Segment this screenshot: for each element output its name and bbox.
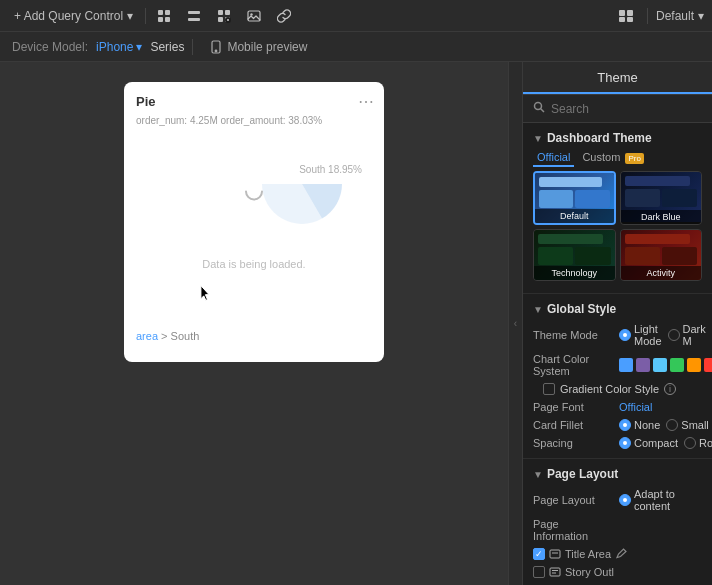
dark-mode-option[interactable]: Dark M [668, 323, 706, 347]
svg-rect-14 [627, 10, 633, 16]
pie-card-subtitle: order_num: 4.25M order_amount: 38.03% [136, 115, 372, 126]
global-style-label: Global Style [547, 302, 616, 316]
page-layout-label: Page Layout [547, 467, 618, 481]
pie-chart-area: South 18.95% [136, 134, 372, 254]
story-outline-checkbox[interactable] [533, 566, 545, 578]
spacing-routine-radio[interactable] [684, 437, 696, 449]
default-theme-label: Default [535, 209, 614, 223]
spacing-routine-label: Routine [699, 437, 712, 449]
breadcrumb-separator: > [161, 330, 170, 342]
light-mode-option[interactable]: Light Mode [619, 323, 662, 347]
theme-type-tabs: Official Custom Pro [523, 149, 712, 171]
theme-panel-body: ▼ Dashboard Theme Official Custom Pro [523, 123, 712, 585]
global-style-header[interactable]: ▼ Global Style [523, 294, 712, 320]
card-fillet-radio-group: None Small Larg [619, 419, 712, 431]
spacing-radio-group: Compact Routine [619, 437, 712, 449]
breadcrumb-link[interactable]: area [136, 330, 158, 342]
theme-thumb-default[interactable]: Default [533, 171, 616, 225]
light-mode-radio[interactable] [619, 329, 631, 341]
toolbar-right: Default ▾ [613, 6, 704, 26]
adapt-radio[interactable] [619, 494, 631, 506]
svg-rect-5 [188, 18, 200, 21]
spacing-compact-option[interactable]: Compact [619, 437, 678, 449]
dashboard-theme-section: ▼ Dashboard Theme Official Custom Pro [523, 123, 712, 294]
default-dropdown-button[interactable]: Default ▾ [656, 9, 704, 23]
theme-thumb-technology[interactable]: Technology [533, 229, 616, 281]
theme-search-bar [523, 95, 712, 123]
svg-rect-2 [158, 17, 163, 22]
theme-custom-label: Custom [582, 151, 620, 163]
svg-rect-3 [165, 17, 170, 22]
search-input[interactable] [551, 102, 702, 116]
svg-point-19 [246, 184, 262, 200]
theme-thumb-activity[interactable]: Activity [620, 229, 703, 281]
link-button[interactable] [272, 6, 296, 26]
technology-theme-label: Technology [534, 266, 615, 280]
global-style-chevron: ▼ [533, 304, 543, 315]
theme-tab[interactable]: Theme [523, 62, 712, 94]
swatch-blue[interactable] [619, 358, 633, 372]
chart-color-label: Chart Color System [533, 353, 613, 377]
theme-panel: Theme ▼ Dashboard Theme Official [522, 62, 712, 585]
adapt-label: Adapt to content [634, 488, 702, 512]
sidebar-collapse-button[interactable]: ‹ [508, 62, 522, 585]
pie-label-right: South 18.95% [299, 164, 362, 175]
add-query-button[interactable]: + Add Query Control ▾ [8, 7, 139, 25]
card-fillet-label: Card Fillet [533, 419, 613, 431]
theme-panel-title: Theme [597, 70, 637, 85]
device-model-value: iPhone [96, 40, 133, 54]
fillet-small-option[interactable]: Small [666, 419, 709, 431]
title-area-checkbox[interactable]: ✓ [533, 548, 545, 560]
fillet-none-option[interactable]: None [619, 419, 660, 431]
theme-thumbnails-grid: Default Dark Blue [523, 171, 712, 287]
pie-chart-svg [252, 134, 352, 234]
swatch-purple[interactable] [636, 358, 650, 372]
theme-official-label: Official [537, 151, 570, 163]
pie-card-more-button[interactable]: ⋯ [358, 92, 374, 111]
toolbar-separator-1 [145, 8, 146, 24]
fillet-small-radio[interactable] [666, 419, 678, 431]
device-model-button[interactable]: iPhone ▾ [96, 40, 142, 54]
theme-custom-tab[interactable]: Custom Pro [578, 149, 647, 167]
fillet-none-label: None [634, 419, 660, 431]
title-area-edit-icon[interactable] [615, 548, 627, 560]
svg-point-18 [216, 50, 218, 52]
dark-mode-radio[interactable] [668, 329, 680, 341]
swatch-red[interactable] [704, 358, 712, 372]
swatch-orange[interactable] [687, 358, 701, 372]
toolbar: + Add Query Control ▾ Default ▾ [0, 0, 712, 32]
svg-rect-1 [165, 10, 170, 15]
layout-grid-button[interactable] [152, 6, 176, 26]
pie-card-title: Pie [136, 94, 372, 109]
theme-thumb-dark-blue[interactable]: Dark Blue [620, 171, 703, 225]
spacing-compact-radio[interactable] [619, 437, 631, 449]
pie-loading-text: Data is being loaded. [136, 258, 372, 270]
dark-mode-label: Dark M [683, 323, 706, 347]
fillet-none-radio[interactable] [619, 419, 631, 431]
story-outline-row: Story Outl [523, 563, 712, 581]
dashboard-theme-chevron: ▼ [533, 133, 543, 144]
image-button[interactable] [242, 6, 266, 26]
toolbar-left: + Add Query Control ▾ [8, 6, 605, 26]
adapt-to-content-option[interactable]: Adapt to content [619, 488, 702, 512]
swatch-light-blue[interactable] [653, 358, 667, 372]
theme-official-tab[interactable]: Official [533, 149, 574, 167]
default-chevron: ▾ [698, 9, 704, 23]
view-toggle-button[interactable] [613, 6, 639, 26]
spacing-routine-option[interactable]: Routine [684, 437, 712, 449]
add-widget-button[interactable] [212, 6, 236, 26]
gradient-color-checkbox[interactable] [543, 383, 555, 395]
swatch-green[interactable] [670, 358, 684, 372]
page-layout-header[interactable]: ▼ Page Layout [523, 459, 712, 485]
dashboard-theme-header[interactable]: ▼ Dashboard Theme [523, 123, 712, 149]
color-swatches [619, 358, 712, 372]
layout-list-button[interactable] [182, 6, 206, 26]
page-layout-option-row: Page Layout Adapt to content [523, 485, 712, 515]
loading-spinner [244, 182, 264, 207]
mobile-preview-button[interactable]: Mobile preview [209, 40, 307, 54]
page-font-label: Page Font [533, 401, 613, 413]
page-font-value[interactable]: Official [619, 401, 652, 413]
spacing-label: Spacing [533, 437, 613, 449]
page-layout-radio-group: Adapt to content [619, 488, 702, 512]
gradient-info-icon[interactable]: i [664, 383, 676, 395]
